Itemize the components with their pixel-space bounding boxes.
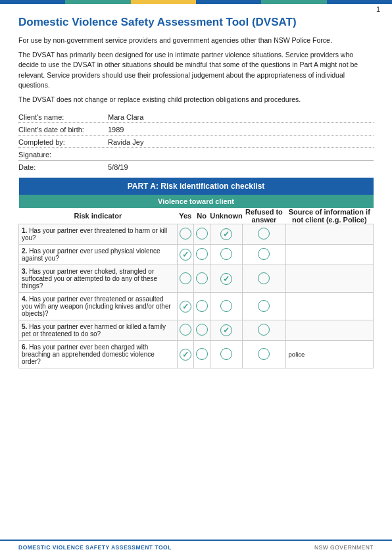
checkbox-empty[interactable] (258, 300, 270, 312)
question-cell: 5. Has your partner ever harmed or kille… (19, 320, 178, 341)
intro-para-2: The DVSAT has primarily been designed fo… (18, 50, 374, 90)
refused-cell (243, 245, 285, 265)
col-refused: Refused to answer (243, 208, 285, 224)
yes-cell: ✓ (177, 341, 193, 368)
question-number: 4. (22, 295, 29, 303)
yes-cell (177, 224, 193, 245)
checkbox-empty[interactable] (180, 272, 191, 284)
col-risk: Risk indicator (19, 208, 178, 224)
unknown-cell: ✓ (210, 265, 243, 293)
page-number: 1 (376, 5, 380, 13)
checkbox-empty[interactable] (258, 324, 270, 336)
unknown-cell: ✓ (210, 320, 243, 341)
checkbox-empty[interactable] (196, 248, 208, 260)
footer-left: DOMESTIC VIOLENCE SAFETY ASSESSMENT TOOL (18, 544, 172, 551)
bar-seg-5 (261, 0, 326, 4)
part-a-header: PART A: Risk identification checklist (19, 178, 374, 195)
question-number: 6. (22, 343, 29, 351)
no-cell (193, 320, 210, 341)
checkbox-empty[interactable] (220, 300, 232, 312)
question-number: 5. (22, 323, 29, 330)
checkbox-empty[interactable] (196, 228, 208, 239)
client-name-row: Client's name: Mara Clara (18, 113, 374, 123)
bar-seg-4 (196, 0, 261, 4)
question-cell: 4. Has your partner ever threatened or a… (19, 293, 178, 320)
unknown-cell (210, 245, 243, 265)
col-source: Source of information if not client (e.g… (285, 208, 373, 224)
checkbox-empty[interactable] (196, 324, 208, 336)
client-name-value: Mara Clara (104, 113, 374, 121)
checkbox-empty[interactable] (220, 348, 232, 360)
col-no: No (193, 208, 210, 224)
no-cell (193, 293, 210, 320)
no-cell (193, 341, 210, 368)
source-cell (285, 320, 373, 341)
checkbox-empty[interactable] (258, 248, 270, 260)
checkbox-empty[interactable] (180, 228, 191, 239)
question-cell: 1. Has your partner ever threatened to h… (19, 224, 178, 245)
client-dob-value: 1989 (104, 126, 374, 134)
refused-cell (243, 341, 285, 368)
table-row: 3. Has your partner ever choked, strangl… (19, 265, 374, 293)
date-label: Date: (18, 163, 104, 171)
checkbox-checked[interactable]: ✓ (220, 324, 232, 336)
table-row: 5. Has your partner ever harmed or kille… (19, 320, 374, 341)
source-cell (285, 265, 373, 293)
checkbox-empty[interactable] (258, 228, 270, 239)
table-row: 1. Has your partner ever threatened to h… (19, 224, 374, 245)
yes-cell: ✓ (177, 293, 193, 320)
checkbox-checked[interactable]: ✓ (180, 249, 191, 261)
refused-cell (243, 293, 285, 320)
source-cell (285, 224, 373, 245)
completed-by-value: Ravida Jey (104, 138, 374, 146)
top-bar (0, 0, 392, 4)
refused-cell (243, 265, 285, 293)
yes-cell: ✓ (177, 245, 193, 265)
bar-seg-2 (65, 0, 130, 4)
part-a-table: PART A: Risk identification checklist Vi… (18, 178, 374, 368)
question-number: 3. (22, 268, 29, 275)
source-cell (285, 245, 373, 265)
question-cell: 2. Has your partner ever used physical v… (19, 245, 178, 265)
footer: DOMESTIC VIOLENCE SAFETY ASSESSMENT TOOL… (0, 540, 392, 554)
col-unknown: Unknown (210, 208, 243, 224)
checkbox-empty[interactable] (258, 348, 270, 360)
violence-header: Violence toward client (19, 195, 374, 208)
bar-seg-6 (327, 0, 392, 4)
unknown-cell (210, 341, 243, 368)
checkbox-empty[interactable] (258, 272, 270, 284)
checkbox-checked[interactable]: ✓ (180, 349, 191, 361)
signature-value (78, 151, 374, 159)
footer-right: NSW GOVERNMENT (314, 544, 374, 551)
checkbox-empty[interactable] (180, 324, 191, 336)
refused-cell (243, 224, 285, 245)
table-row: 2. Has your partner ever used physical v… (19, 245, 374, 265)
intro-para-3: The DVSAT does not change or replace exi… (18, 95, 374, 105)
signature-label: Signature: (18, 151, 78, 159)
table-row: 6. Has your partner ever been charged wi… (19, 341, 374, 368)
checkbox-empty[interactable] (196, 348, 208, 360)
date-row: Date: 5/8/19 (18, 163, 374, 171)
checkbox-checked[interactable]: ✓ (220, 273, 232, 285)
table-row: 4. Has your partner ever threatened or a… (19, 293, 374, 320)
completed-by-label: Completed by: (18, 138, 104, 146)
yes-cell (177, 320, 193, 341)
no-cell (193, 224, 210, 245)
no-cell (193, 245, 210, 265)
page-title: Domestic Violence Safety Assessment Tool… (18, 16, 374, 29)
checkbox-empty[interactable] (196, 272, 208, 284)
question-number: 1. (22, 227, 29, 234)
intro-para-1: For use by non-government service provid… (18, 36, 374, 45)
checkbox-checked[interactable]: ✓ (180, 301, 191, 313)
checkbox-checked[interactable]: ✓ (220, 228, 232, 240)
bar-seg-3 (131, 0, 196, 4)
date-value: 5/8/19 (104, 163, 374, 171)
content-area: Domestic Violence Safety Assessment Tool… (0, 4, 392, 375)
client-name-label: Client's name: (18, 113, 104, 121)
question-number: 2. (22, 247, 29, 255)
source-cell: police (285, 341, 373, 368)
question-cell: 3. Has your partner ever choked, strangl… (19, 265, 178, 293)
checkbox-empty[interactable] (196, 300, 208, 312)
checkbox-empty[interactable] (220, 248, 232, 260)
page: 1 Domestic Violence Safety Assessment To… (0, 0, 392, 554)
